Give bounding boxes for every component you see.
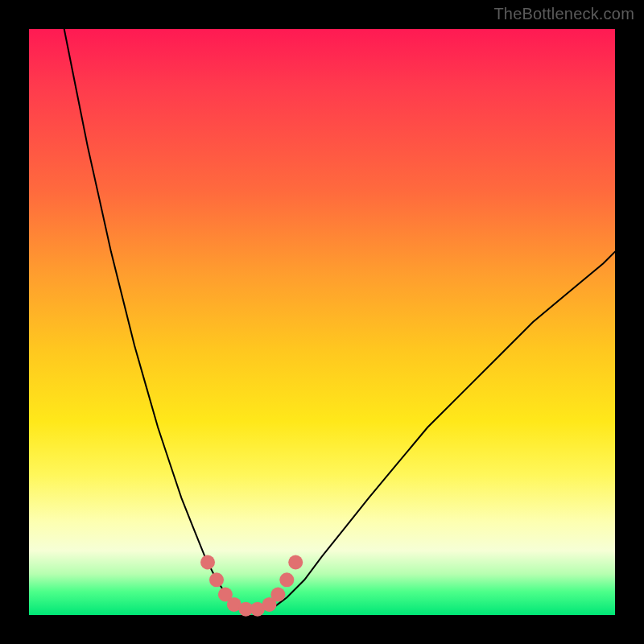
valley-markers — [200, 555, 303, 617]
valley-marker — [288, 555, 303, 570]
right-curve — [275, 252, 615, 606]
chart-frame: TheBottleneck.com — [0, 0, 644, 644]
watermark-text: TheBottleneck.com — [493, 5, 634, 23]
plot-area — [29, 29, 615, 615]
curve-layer — [29, 29, 615, 615]
valley-marker — [200, 555, 215, 570]
valley-marker — [270, 588, 285, 602]
valley-marker — [209, 572, 224, 587]
left-curve — [64, 29, 234, 606]
valley-marker — [279, 572, 294, 587]
